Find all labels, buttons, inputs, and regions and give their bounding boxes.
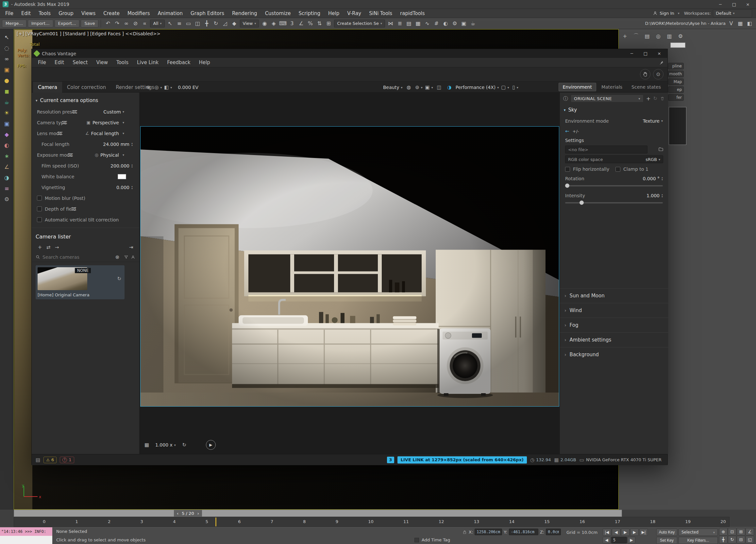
measure-tool-icon[interactable]: ∠: [2, 162, 12, 171]
tab-environment[interactable]: Environment: [559, 83, 596, 91]
pan-icon[interactable]: ╋: [719, 536, 728, 543]
quick-button[interactable]: Export...: [55, 20, 80, 27]
folder-icon[interactable]: [658, 147, 664, 152]
render-production-icon[interactable]: ☕: [468, 19, 478, 28]
exposure-mode-dropdown[interactable]: ◎Physical▾: [95, 152, 124, 158]
max-menu-item[interactable]: Modifiers: [124, 9, 154, 18]
max-trackbar[interactable]: ‹ 5 / 20 ›: [14, 510, 622, 517]
vantage-menu-item[interactable]: Feedback: [163, 58, 194, 67]
log-list-icon[interactable]: ▤: [36, 457, 40, 463]
add-time-tag[interactable]: Add Time Tag: [422, 537, 450, 542]
clear-search-icon[interactable]: ⊗: [113, 253, 122, 261]
light-tool-icon[interactable]: ☀: [2, 109, 12, 117]
render-mode-dropdown[interactable]: Beauty▾: [383, 85, 402, 90]
settings-tool-icon[interactable]: ⚙: [2, 195, 12, 203]
modifier-button[interactable]: pline: [668, 63, 684, 69]
vray-fb-icon[interactable]: ▦: [736, 19, 745, 28]
vantage-minimize-button[interactable]: ─: [626, 50, 637, 57]
camera-type-dropdown[interactable]: ▣Perspective▾: [87, 120, 124, 125]
create-tab-icon[interactable]: +: [621, 32, 629, 40]
intensity-slider-track[interactable]: [565, 202, 663, 203]
display-settings-icon[interactable]: ▢▾: [501, 83, 509, 91]
split-view-icon[interactable]: ◫: [435, 83, 443, 91]
helper-tool-icon[interactable]: ◆: [2, 130, 12, 139]
refresh-thumbnail-icon[interactable]: ↻: [117, 276, 121, 282]
select-rotate-icon[interactable]: ↻: [211, 19, 221, 28]
set-key-button[interactable]: Set Key: [656, 537, 677, 544]
z-coordinate-input[interactable]: [546, 529, 561, 535]
exposure-icon[interactable]: ◎▾: [154, 83, 162, 91]
selection-set-key-dropdown[interactable]: Selected ▾: [679, 529, 718, 536]
select-place-icon[interactable]: ◆: [230, 19, 239, 28]
spinner-snap-icon[interactable]: ⇅: [315, 19, 324, 28]
modifier-button[interactable]: ep: [668, 86, 684, 93]
resolution-preset-dropdown[interactable]: Custom▾: [103, 109, 124, 114]
spinner-down-icon[interactable]: ▾: [662, 178, 663, 181]
zoom-icon[interactable]: ⊕: [719, 528, 728, 536]
reference-coordinate-dropdown[interactable]: View ▾: [240, 20, 259, 27]
auto-tilt-checkbox[interactable]: [37, 217, 42, 222]
vantage-menu-item[interactable]: Help: [195, 58, 214, 67]
utilities-tab-icon[interactable]: ⚙: [677, 32, 684, 40]
camera-options-header[interactable]: ▾ Current camera options: [32, 94, 139, 106]
snap-toggle-icon[interactable]: 3: [287, 19, 296, 28]
use-pivot-icon[interactable]: ◉: [260, 19, 269, 28]
max-menu-item[interactable]: Tools: [35, 9, 55, 18]
vantage-menu-item[interactable]: Edit: [50, 58, 68, 67]
create-selection-set-dropdown[interactable]: Create Selection Se ▾: [334, 20, 385, 27]
max-menu-item[interactable]: File: [1, 9, 17, 18]
select-object-icon[interactable]: ↖: [166, 19, 175, 28]
hand-tool-icon[interactable]: [640, 69, 650, 79]
info-icon[interactable]: ⓘ: [563, 95, 568, 102]
add-scene-state-icon[interactable]: +: [646, 95, 650, 102]
signin-control[interactable]: Sign In ▾: [653, 11, 680, 16]
go-to-end-button[interactable]: ▶|: [639, 529, 648, 536]
max-menu-item[interactable]: Create: [99, 9, 124, 18]
filter-icon[interactable]: [124, 255, 128, 259]
key-filters-button[interactable]: Key Filters...: [679, 537, 718, 544]
live-link-status[interactable]: LIVE LINK at 1279×852px (scaled from 640…: [397, 456, 527, 464]
maximize-viewport-icon[interactable]: ◱: [746, 536, 754, 543]
depth-of-field-checkbox[interactable]: [37, 206, 42, 211]
playback-speed-dropdown[interactable]: 1.000 x ▾: [155, 442, 176, 448]
next-frame-button[interactable]: ▶: [628, 537, 635, 543]
align-icon[interactable]: ≣: [395, 19, 404, 28]
max-menu-item[interactable]: SiNi Tools: [365, 9, 396, 18]
select-manipulate-icon[interactable]: ◈: [269, 19, 278, 28]
script-tool-icon[interactable]: ≡: [2, 184, 12, 193]
export-camera-icon[interactable]: ⇥: [127, 243, 135, 251]
curve-editor-icon[interactable]: ∿: [423, 19, 432, 28]
percent-snap-icon[interactable]: %: [306, 19, 315, 28]
window-crossing-icon[interactable]: ◫: [193, 19, 202, 28]
max-menu-item[interactable]: Rendering: [228, 9, 261, 18]
redo-icon[interactable]: ↷: [112, 19, 122, 28]
guides-icon[interactable]: ▯▾: [512, 83, 519, 91]
compare-icon[interactable]: ◧▾: [164, 83, 172, 91]
modifier-button[interactable]: mooth: [668, 71, 684, 77]
quick-button[interactable]: Merge...: [2, 20, 26, 27]
command-panel-field[interactable]: [670, 42, 685, 48]
modify-tab-icon[interactable]: ⌒: [632, 32, 640, 40]
environment-sphere-icon[interactable]: ⊚▾: [415, 83, 423, 91]
modifier-stack-list[interactable]: [669, 107, 686, 145]
spinner-down-icon[interactable]: ▾: [131, 166, 133, 168]
motion-blur-checkbox[interactable]: [37, 195, 42, 200]
white-balance-swatch[interactable]: [118, 174, 126, 179]
spinner-down-icon[interactable]: ▾: [662, 195, 663, 198]
previous-frame-button[interactable]: ◀: [612, 529, 620, 536]
vray-icon[interactable]: V: [727, 19, 736, 28]
environment-section-header[interactable]: › Wind: [560, 303, 668, 318]
maxscript-listener-white[interactable]: [0, 536, 52, 544]
environment-section-header[interactable]: › Fog: [560, 318, 668, 332]
rgb-dropdown[interactable]: sRGB▾: [646, 157, 660, 162]
select-move-icon[interactable]: ╋: [202, 19, 211, 28]
unlink-icon[interactable]: ⊘: [131, 19, 140, 28]
undo-icon[interactable]: ↶: [103, 19, 112, 28]
loop-icon[interactable]: ↻: [180, 441, 188, 449]
max-menu-item[interactable]: Help: [324, 9, 343, 18]
clamp-checkbox[interactable]: [615, 167, 620, 172]
sky-section-header[interactable]: ▾ Sky: [560, 104, 668, 115]
orbit-icon[interactable]: ↻: [728, 536, 736, 543]
max-maximize-button[interactable]: □: [729, 1, 740, 8]
adjust-icon[interactable]: [62, 121, 67, 124]
